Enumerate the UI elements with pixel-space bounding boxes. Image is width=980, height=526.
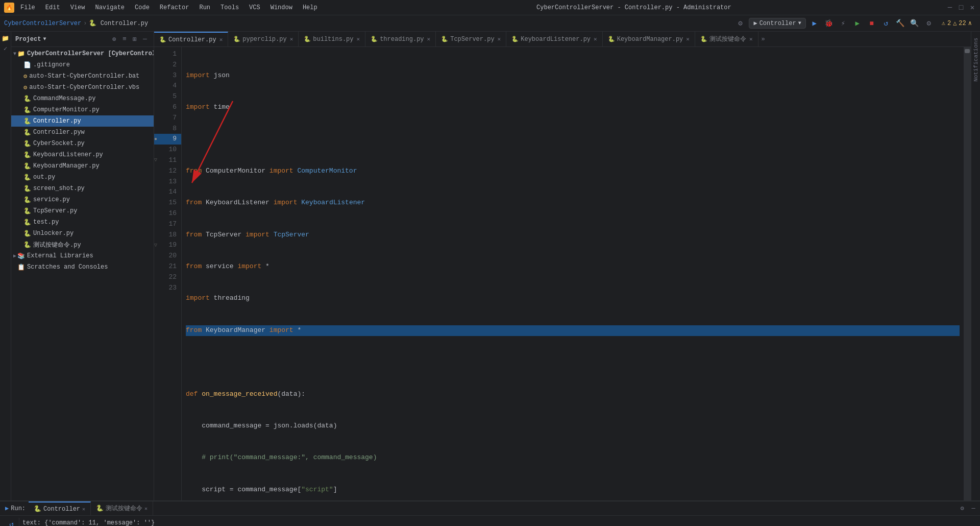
tab-tcpserver[interactable]: 🐍 TcpServer.py ✕: [436, 32, 506, 47]
bottom-tabs-left: ▶ Run: 🐍 Controller ✕ 🐍 测试按键命令 ✕: [2, 501, 153, 516]
bottom-tab-controller[interactable]: 🐍 Controller ✕: [29, 501, 91, 516]
menu-vcs[interactable]: VCS: [245, 3, 264, 12]
sync-icon[interactable]: ⊕: [110, 35, 119, 44]
maximize-button[interactable]: □: [958, 4, 965, 11]
code-content[interactable]: import json import time from ComputerMon…: [182, 47, 964, 500]
tab-pyperclip[interactable]: 🐍 pyperclip.py ✕: [228, 32, 299, 47]
project-view-icon[interactable]: 📁: [1, 34, 10, 43]
run-config-selector[interactable]: ▶ Controller ▼: [749, 18, 805, 29]
profile-button[interactable]: ⚡: [838, 18, 849, 29]
scroll-thumb[interactable]: [965, 49, 970, 53]
tree-item-external-libs[interactable]: ▶ 📚 External Libraries: [11, 250, 154, 261]
ln-16: 16: [154, 208, 181, 219]
menu-window[interactable]: Window: [266, 3, 297, 12]
code-line-13: # print("command_message:", command_mess…: [186, 452, 960, 463]
tree-item-test[interactable]: 🐍 test.py: [11, 217, 154, 228]
tab-close-6[interactable]: ✕: [686, 36, 690, 42]
tree-item-tcpserver[interactable]: 🐍 TcpServer.py: [11, 205, 154, 217]
app-icon: 🔥: [4, 3, 14, 13]
ln-4: 4: [154, 81, 181, 91]
notifications-label[interactable]: Notifications: [971, 36, 981, 84]
tree-item-gitignore[interactable]: 📄 .gitignore: [11, 59, 154, 70]
search-button[interactable]: 🔍: [909, 18, 920, 29]
bottom-panel-tabs: ▶ Run: 🐍 Controller ✕ 🐍 测试按键命令 ✕ ⚙ —: [0, 501, 980, 516]
tab-icon-6: 🐍: [608, 36, 615, 42]
bottom-tab-close-ctrl[interactable]: ✕: [82, 506, 85, 512]
bottom-tab-cjk[interactable]: 🐍 测试按键命令 ✕: [91, 501, 153, 516]
tree-item-service[interactable]: 🐍 service.py: [11, 194, 154, 205]
tab-close-4[interactable]: ✕: [498, 36, 501, 42]
tree-item-cjk[interactable]: 🐍 测试按键命令.py: [11, 239, 154, 250]
tree-item-commandmessage[interactable]: 🐍 CommandMessage.py: [11, 93, 154, 104]
close-sidebar-icon[interactable]: —: [140, 35, 150, 44]
tree-item-bat[interactable]: ⚙ auto-Start-CyberController.bat: [11, 70, 154, 82]
run-config-dropdown-icon: ▼: [798, 20, 801, 26]
project-dropdown-icon[interactable]: ▼: [43, 36, 46, 42]
warnings-indicator[interactable]: ⚠ 2 △ 22 ∧: [938, 19, 976, 27]
tabs-overflow-button[interactable]: »: [758, 36, 768, 43]
code-editor-container[interactable]: 1 2 3 4 5 6 7 8 ●9 10 ▽11 12 13 14 15 16…: [154, 47, 971, 500]
project-label: Project: [15, 36, 41, 43]
console-line-1: text: {'command': 11, 'message': ''}: [22, 518, 976, 526]
rerun-console-icon[interactable]: ↺: [7, 520, 16, 526]
menu-navigate[interactable]: Navigate: [91, 3, 129, 12]
debug-button[interactable]: 🐞: [823, 18, 835, 29]
tab-close-2[interactable]: ✕: [357, 36, 360, 42]
rerun-button[interactable]: ↺: [880, 18, 892, 29]
tree-item-controllerpyw[interactable]: 🐍 Controller.pyw: [11, 127, 154, 138]
dots-menu-icon[interactable]: ⊞: [130, 35, 139, 44]
tree-item-computermonitor[interactable]: 🐍 ComputerMonitor.py: [11, 104, 154, 115]
menu-view[interactable]: View: [66, 3, 89, 12]
tab-controller-py[interactable]: 🐍 Controller.py ✕: [154, 32, 228, 47]
settings-icon-bottom[interactable]: ⚙: [958, 504, 967, 513]
settings-icon[interactable]: ⚙: [734, 18, 746, 29]
menu-file[interactable]: File: [16, 3, 39, 12]
line-numbers-gutter: 1 2 3 4 5 6 7 8 ●9 10 ▽11 12 13 14 15 16…: [154, 47, 182, 500]
tab-close-7[interactable]: ✕: [749, 36, 753, 42]
tab-keyboardmanager[interactable]: 🐍 KeyboardManager.py ✕: [603, 32, 695, 47]
build-button[interactable]: 🔨: [895, 18, 906, 29]
tree-item-unlocker[interactable]: 🐍 Unlocker.py: [11, 228, 154, 239]
tab-cjk[interactable]: 🐍 测试按键命令 ✕: [695, 32, 758, 47]
menu-run[interactable]: Run: [195, 3, 214, 12]
tree-item-vbs[interactable]: ⚙ auto-Start-CyberController.vbs: [11, 82, 154, 93]
tree-item-keyboardmanager[interactable]: 🐍 KeyboardManager.py: [11, 160, 154, 172]
menu-help[interactable]: Help: [299, 3, 322, 12]
menu-tools[interactable]: Tools: [216, 3, 243, 12]
menu-code[interactable]: Code: [131, 3, 154, 12]
stop-button[interactable]: ■: [866, 18, 877, 29]
settings-gear-button[interactable]: ⚙: [923, 18, 935, 29]
code-line-8: import threading: [186, 293, 960, 304]
tab-builtins[interactable]: 🐍 builtins.py ✕: [299, 32, 365, 47]
tab-threading[interactable]: 🐍 threading.py ✕: [365, 32, 436, 47]
tree-root-folder[interactable]: ▼ 📁 CyberControllerServer [CyberControll…: [11, 48, 154, 59]
tab-icon-2: 🐍: [304, 36, 311, 42]
tree-item-screenshot[interactable]: 🐍 screen_shot.py: [11, 183, 154, 194]
tree-item-controller[interactable]: 🐍 Controller.py: [11, 115, 154, 127]
tree-item-scratches[interactable]: ▶ 📋 Scratches and Consoles: [11, 261, 154, 273]
tab-close-1[interactable]: ✕: [290, 36, 293, 42]
titlebar-right: ─ □ ✕: [946, 4, 976, 11]
tree-item-keyboardlistener[interactable]: 🐍 KeyboardListener.py: [11, 149, 154, 160]
close-button[interactable]: ✕: [969, 4, 976, 11]
close-bottom-panel-icon[interactable]: —: [969, 504, 978, 513]
commit-icon[interactable]: ✓: [1, 44, 10, 53]
tab-close-0[interactable]: ✕: [219, 36, 223, 43]
breadcrumb-project[interactable]: CyberControllerServer: [4, 20, 81, 27]
tree-item-cybersocket[interactable]: 🐍 CyberSocket.py: [11, 138, 154, 149]
tab-close-5[interactable]: ✕: [594, 36, 597, 42]
run-button[interactable]: ▶: [809, 18, 820, 29]
tab-close-3[interactable]: ✕: [427, 36, 431, 42]
bottom-tab-close-cjk[interactable]: ✕: [144, 506, 148, 512]
editor-scrollbar[interactable]: [964, 47, 971, 500]
breadcrumb-file[interactable]: 🐍 Controller.py: [89, 19, 148, 27]
menu-edit[interactable]: Edit: [41, 3, 64, 12]
tree-item-out[interactable]: 🐍 out.py: [11, 172, 154, 183]
minimize-button[interactable]: ─: [946, 4, 953, 11]
code-line-1: import json: [186, 70, 960, 81]
tab-keyboardlistener[interactable]: 🐍 KeyboardListener.py ✕: [506, 32, 602, 47]
coverage-button[interactable]: ▶: [852, 18, 863, 29]
collapse-all-icon[interactable]: ≡: [120, 35, 129, 44]
menu-refactor[interactable]: Refactor: [156, 3, 193, 12]
code-line-4: from ComputerMonitor import ComputerMoni…: [186, 166, 960, 177]
